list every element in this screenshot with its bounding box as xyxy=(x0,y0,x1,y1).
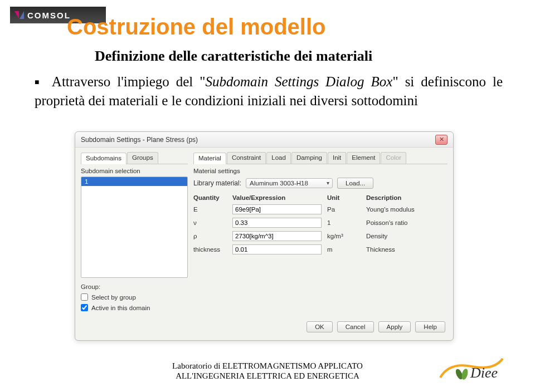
right-tab-load[interactable]: Load xyxy=(266,152,291,164)
quantity-label: ν xyxy=(193,219,227,226)
value-input[interactable] xyxy=(232,204,322,214)
dialog-button-row: OKCancelApplyHelp xyxy=(75,316,453,340)
cancel-button[interactable]: Cancel xyxy=(337,321,374,332)
dialog-title: Subdomain Settings - Plane Stress (ps) xyxy=(81,136,198,144)
right-tab-constraint[interactable]: Constraint xyxy=(227,152,266,164)
right-tab-damping[interactable]: Damping xyxy=(291,152,327,164)
description-text: ■ Attraverso l'impiego del "Subdomain Se… xyxy=(35,72,503,110)
right-tabs: MaterialConstraintLoadDampingInitElement… xyxy=(193,152,448,164)
right-tab-color: Color xyxy=(381,152,406,164)
subdomain-selection-label: Subdomain selection xyxy=(81,168,188,174)
value-input[interactable] xyxy=(232,218,322,228)
column-header: Value/Expression xyxy=(232,194,322,201)
right-tab-material[interactable]: Material xyxy=(193,153,226,164)
comsol-logo-text: COMSOL xyxy=(27,11,71,20)
load-button[interactable]: Load... xyxy=(337,178,373,189)
subdomain-list[interactable]: 1 xyxy=(81,177,188,278)
apply-button[interactable]: Apply xyxy=(378,321,411,332)
library-material-select[interactable]: Aluminum 3003-H18 xyxy=(246,178,333,188)
diee-logo: Diee xyxy=(438,355,505,384)
column-header: Quantity xyxy=(193,194,227,201)
description-label: Density xyxy=(366,233,448,239)
column-header: Unit xyxy=(327,194,361,201)
left-tab-groups[interactable]: Groups xyxy=(127,152,158,164)
select-by-group-input[interactable] xyxy=(81,293,88,301)
library-material-value: Aluminum 3003-H18 xyxy=(250,180,308,187)
svg-text:Diee: Diee xyxy=(470,365,498,381)
close-icon[interactable]: ✕ xyxy=(435,135,448,145)
quantity-label: thickness xyxy=(193,246,227,253)
value-input[interactable] xyxy=(232,231,322,241)
list-item[interactable]: 1 xyxy=(81,177,187,186)
column-header: Description xyxy=(366,194,448,201)
page-subtitle: Definizione delle caratteristiche dei ma… xyxy=(95,48,372,65)
desc-pre: Attraverso l'impiego del " xyxy=(52,74,206,89)
active-in-domain-label: Active in this domain xyxy=(91,305,150,311)
logo-triangles-icon xyxy=(14,11,24,19)
select-by-group-label: Select by group xyxy=(91,294,136,301)
quantity-label: ρ xyxy=(193,233,227,239)
description-label: Poisson's ratio xyxy=(366,219,448,226)
unit-label: Pa xyxy=(327,206,361,213)
bullet-icon: ■ xyxy=(35,78,46,86)
select-by-group-checkbox[interactable]: Select by group xyxy=(81,293,188,301)
desc-emph: Subdomain Settings Dialog Box xyxy=(205,74,392,89)
subdomain-settings-dialog: Subdomain Settings - Plane Stress (ps) ✕… xyxy=(75,131,454,341)
unit-label: m xyxy=(327,246,361,253)
right-tab-init[interactable]: Init xyxy=(328,152,346,164)
value-input[interactable] xyxy=(232,244,322,254)
unit-label: kg/m³ xyxy=(327,233,361,239)
quantity-label: E xyxy=(193,206,227,213)
page-title: Costruzione del modello xyxy=(67,14,325,40)
group-label: Group: xyxy=(81,283,100,290)
description-label: Thickness xyxy=(366,246,448,253)
ok-button[interactable]: OK xyxy=(307,321,333,332)
left-tab-subdomains[interactable]: Subdomains xyxy=(81,153,127,164)
help-button[interactable]: Help xyxy=(415,321,445,332)
description-label: Young's modulus xyxy=(366,206,448,213)
active-in-domain-input[interactable] xyxy=(81,304,88,311)
material-settings-label: Material settings xyxy=(193,168,448,174)
library-material-label: Library material: xyxy=(193,179,241,187)
right-tab-element[interactable]: Element xyxy=(347,152,380,164)
active-in-domain-checkbox[interactable]: Active in this domain xyxy=(81,304,188,311)
dialog-titlebar[interactable]: Subdomain Settings - Plane Stress (ps) ✕ xyxy=(75,132,453,148)
unit-label: 1 xyxy=(327,219,361,226)
material-fields-grid: QuantityValue/ExpressionUnitDescriptionE… xyxy=(193,194,448,254)
left-tabs: SubdomainsGroups xyxy=(81,152,188,164)
